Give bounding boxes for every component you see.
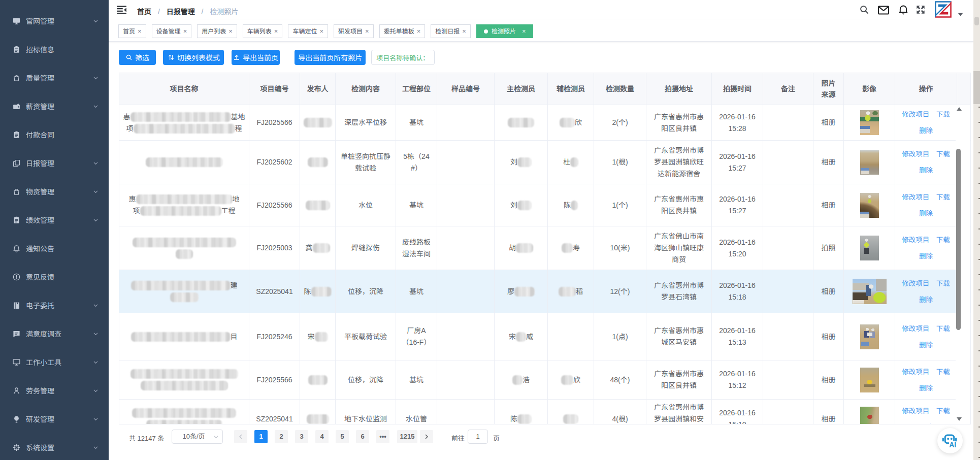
svg-text:AI: AI [949, 441, 956, 449]
